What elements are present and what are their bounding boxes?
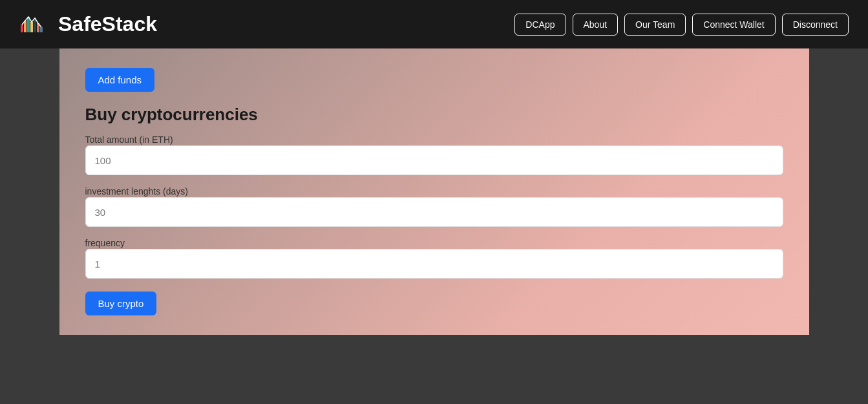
total-amount-field-group: Total amount (in ETH) — [85, 134, 783, 186]
navbar-left: SafeStack — [19, 12, 157, 37]
logo-icon — [19, 12, 45, 37]
about-button[interactable]: About — [573, 14, 619, 36]
investment-length-input[interactable] — [85, 197, 783, 227]
app-title: SafeStack — [58, 12, 157, 36]
connect-wallet-button[interactable]: Connect Wallet — [692, 14, 775, 36]
disconnect-button[interactable]: Disconnect — [782, 14, 849, 36]
total-amount-label: Total amount (in ETH) — [85, 134, 173, 145]
svg-rect-3 — [30, 22, 33, 32]
section-title: Buy cryptocurrencies — [85, 105, 783, 125]
total-amount-input[interactable] — [85, 145, 783, 175]
add-funds-button[interactable]: Add funds — [85, 68, 155, 92]
svg-rect-6 — [40, 27, 43, 32]
frequency-field-group: frequency — [85, 237, 783, 289]
our-team-button[interactable]: Our Team — [624, 14, 686, 36]
main-content: Add funds Buy cryptocurrencies Total amo… — [59, 48, 809, 335]
buy-crypto-button[interactable]: Buy crypto — [85, 292, 157, 315]
frequency-label: frequency — [85, 238, 125, 248]
svg-rect-0 — [21, 25, 23, 32]
investment-length-field-group: investment lenghts (days) — [85, 186, 783, 237]
navbar: SafeStack DCApp About Our Team Connect W… — [0, 0, 868, 48]
investment-length-label: investment lenghts (days) — [85, 186, 189, 197]
navbar-right: DCApp About Our Team Connect Wallet Disc… — [514, 14, 849, 36]
dcapp-button[interactable]: DCApp — [514, 14, 566, 36]
frequency-input[interactable] — [85, 249, 783, 279]
